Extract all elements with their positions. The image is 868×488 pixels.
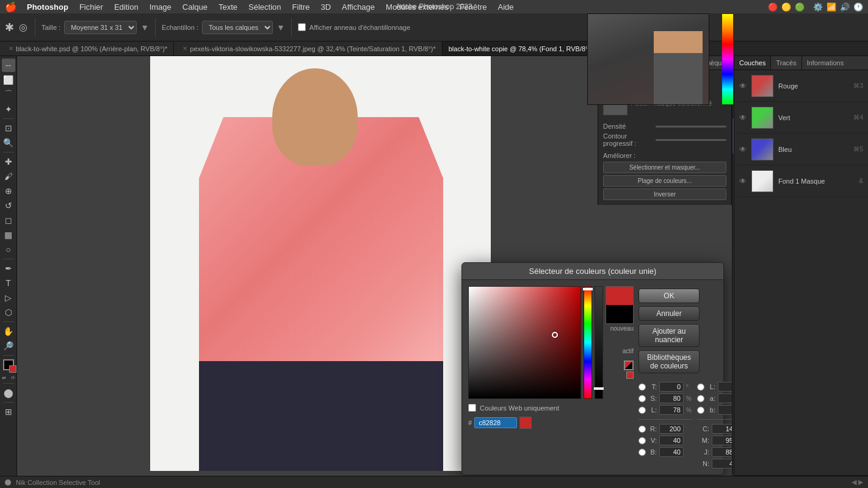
tool-move[interactable]: ↔	[2, 59, 15, 72]
input-L2[interactable]	[718, 382, 732, 392]
label-V: V:	[648, 437, 657, 444]
tool-gradient[interactable]: ▦	[2, 228, 15, 242]
couche-bleu[interactable]: 👁 Bleu ⌘5	[734, 134, 868, 165]
tool-crop[interactable]: ⊡	[2, 121, 15, 135]
label-C: C:	[697, 425, 709, 432]
couche-vert-eye[interactable]: 👁	[739, 113, 747, 122]
tool-pen[interactable]: ✒	[2, 262, 15, 275]
foreground-color[interactable]	[3, 359, 14, 370]
tool-eraser[interactable]: ◻	[2, 214, 15, 227]
menu-fichier[interactable]: Fichier	[74, 1, 108, 13]
menu-edition[interactable]: Edition	[109, 1, 143, 13]
tool-zoom[interactable]: 🔎	[2, 339, 15, 353]
menu-3d[interactable]: 3D	[316, 1, 336, 13]
tool-screen-mode[interactable]: ⊞	[2, 405, 15, 418]
annuler-button[interactable]: Annuler	[638, 306, 700, 321]
radio-S[interactable]	[638, 395, 646, 403]
ok-button[interactable]: OK	[638, 289, 700, 303]
input-M[interactable]	[712, 436, 732, 445]
radio-B[interactable]	[638, 448, 646, 456]
menu-photoshop[interactable]: Photoshop	[22, 1, 73, 13]
radio-T[interactable]	[638, 383, 646, 391]
tool-clone[interactable]: ⊕	[2, 184, 15, 198]
couche-fond1-eye[interactable]: 👁	[739, 177, 747, 185]
input-C[interactable]	[712, 424, 732, 434]
tool-brush[interactable]: 🖌	[2, 170, 15, 183]
status-arrow-icon[interactable]: ◀ ▶	[852, 478, 863, 486]
tab-1[interactable]: ✕ black-to-white.psd @ 100% (Arrière-pla…	[0, 41, 174, 56]
reset-colors-icon[interactable]: ⟳	[11, 375, 15, 381]
color-small-icon[interactable]	[626, 371, 634, 379]
input-b2[interactable]	[718, 405, 732, 415]
bibliotheques-button[interactable]: Bibliothèques de couleurs	[638, 350, 700, 373]
tool-history[interactable]: ↺	[2, 199, 15, 212]
plage-button[interactable]: Plage de couleurs...	[603, 175, 726, 187]
radio-a[interactable]	[697, 395, 704, 403]
tool-quick-mask[interactable]: ⬤	[2, 386, 15, 400]
couche-vert[interactable]: 👁 Vert ⌘4	[734, 102, 868, 134]
apple-menu[interactable]: 🍎	[5, 1, 17, 13]
input-T[interactable]	[659, 382, 684, 392]
inverser-button[interactable]: Inverser	[603, 188, 726, 200]
couche-rouge-eye[interactable]: 👁	[739, 82, 747, 90]
tab-3[interactable]: black-to-white copie @ 78,4% (Fond 1, RV…	[443, 41, 610, 56]
echantillon-select[interactable]: Tous les calques	[202, 21, 273, 34]
couche-fond1-masque[interactable]: 👁 Fond 1 Masque &	[734, 165, 868, 197]
menu-texte[interactable]: Texte	[214, 1, 242, 13]
tool-dodge[interactable]: ○	[2, 243, 15, 256]
tool-hand[interactable]: ✋	[2, 325, 15, 338]
tab-traces[interactable]: Tracés	[771, 56, 801, 70]
menu-affichage[interactable]: Affichage	[337, 1, 380, 13]
web-colors-checkbox[interactable]	[468, 404, 476, 412]
tool-shape[interactable]: ⬡	[2, 306, 15, 319]
menu-filtre[interactable]: Filtre	[288, 1, 315, 13]
ajouter-nuancier-button[interactable]: Ajouter au nuancier	[638, 324, 700, 347]
input-S[interactable]	[659, 393, 684, 403]
densite-slider[interactable]	[656, 126, 726, 127]
echantillon-label: Echantillon :	[162, 24, 198, 31]
radio-L[interactable]	[638, 406, 646, 414]
alpha-slider[interactable]	[595, 286, 603, 399]
menu-calque[interactable]: Calque	[178, 1, 212, 13]
input-L[interactable]	[659, 405, 684, 415]
hue-slider[interactable]	[584, 286, 592, 399]
background-color[interactable]	[9, 365, 16, 373]
hex-input[interactable]: c82828	[474, 417, 517, 428]
radio-b2[interactable]	[697, 406, 704, 414]
color-gradient-picker[interactable]	[468, 286, 581, 399]
input-R[interactable]	[659, 424, 684, 434]
selectionner-button[interactable]: Sélectionner et masquer...	[603, 162, 726, 173]
tab-3-label: black-to-white copie @ 78,4% (Fond 1, RV…	[449, 45, 593, 52]
input-N[interactable]	[712, 459, 732, 468]
input-a[interactable]	[718, 393, 732, 403]
tool-path-select[interactable]: ▷	[2, 291, 15, 304]
swap-colors-icon[interactable]: ⇄	[2, 375, 6, 381]
input-V[interactable]	[659, 436, 684, 445]
input-J[interactable]	[712, 447, 732, 457]
tool-heal[interactable]: ✚	[2, 155, 15, 168]
radio-L2[interactable]	[697, 383, 704, 391]
tab-2-close[interactable]: ✕	[183, 45, 187, 52]
menu-selection[interactable]: Sélection	[244, 1, 286, 13]
afficher-label: Afficher anneau d'échantillonnage	[309, 24, 410, 31]
tab-2[interactable]: ✕ pexels-viktoria-slowikowska-5332277.jp…	[174, 41, 442, 56]
radio-V[interactable]	[638, 437, 646, 445]
tool-eyedropper[interactable]: 🔍	[2, 136, 15, 149]
tool-text[interactable]: T	[2, 276, 15, 290]
taille-select[interactable]: Moyenne 31 x 31	[64, 21, 137, 34]
tab-informations[interactable]: Informations	[802, 56, 849, 70]
couche-bleu-eye[interactable]: 👁	[739, 145, 747, 154]
menu-aide[interactable]: Aide	[493, 1, 518, 13]
tab-couches[interactable]: Couches	[734, 56, 771, 70]
tool-lasso[interactable]: ⌒	[2, 88, 15, 101]
color-icon[interactable]	[624, 361, 634, 370]
tool-quick-select[interactable]: ✦	[2, 102, 15, 116]
tool-select-rect[interactable]: ⬜	[2, 73, 15, 87]
couche-rouge[interactable]: 👁 Rouge ⌘3	[734, 70, 868, 102]
tab-1-close[interactable]: ✕	[9, 45, 13, 52]
radio-R[interactable]	[638, 425, 646, 433]
input-B[interactable]	[659, 447, 684, 457]
contour-slider[interactable]	[656, 139, 726, 141]
afficher-checkbox[interactable]	[298, 23, 306, 31]
menu-image[interactable]: Image	[145, 1, 176, 13]
